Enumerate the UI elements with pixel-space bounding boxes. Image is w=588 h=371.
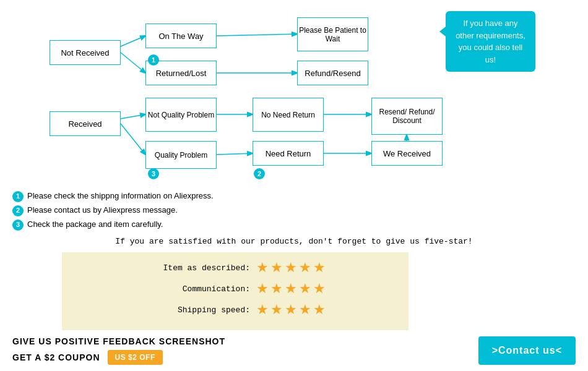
rating-intro: If you are satisfied with our products, … <box>12 237 576 246</box>
flowchart-section: Not Received Received On The Way Returne… <box>12 6 576 186</box>
svg-line-0 <box>121 36 145 46</box>
note-badge-3: 3 <box>12 220 24 231</box>
note-badge-1: 1 <box>12 191 24 202</box>
note-line-2: 2 Please contact us by Aliexpress messag… <box>12 205 576 216</box>
star-3: ★ <box>285 260 297 276</box>
box-quality-prob: Quality Problem <box>145 141 217 169</box>
svg-line-1 <box>121 53 145 73</box>
rating-label-communication: Communication: <box>145 284 250 294</box>
coupon-text: GET A $2 COUPON <box>12 352 100 362</box>
star-2: ★ <box>270 281 283 297</box>
stars-communication: ★ ★ ★ ★ ★ <box>256 281 326 297</box>
svg-line-5 <box>121 124 145 155</box>
rating-label-shipping: Shipping speed: <box>145 305 250 315</box>
star-4: ★ <box>299 260 311 276</box>
coupon-line: GET A $2 COUPON US $2 OFF <box>12 350 478 365</box>
box-resend-refund-discount: Resend/ Refund/ Discount <box>371 98 443 135</box>
rating-section: If you are satisfied with our products, … <box>12 237 576 330</box>
box-not-quality: Not Quality Problem <box>145 98 217 132</box>
coupon-badge: US $2 OFF <box>108 350 163 365</box>
page-wrapper: Not Received Received On The Way Returne… <box>0 0 588 371</box>
star-1: ★ <box>256 302 269 318</box>
note-line-1: 1 Please check the shippng information o… <box>12 190 576 202</box>
box-we-received: We Received <box>371 141 443 166</box>
star-4: ★ <box>299 302 311 318</box>
star-3: ★ <box>285 281 297 297</box>
bottom-section: GIVE US POSITIVE FEEDBACK SCREENSHOT GET… <box>12 336 576 365</box>
contact-us-button[interactable]: >Contact us< <box>478 336 576 365</box>
circle-num-3: 3 <box>148 168 159 179</box>
notes-section: 1 Please check the shippng information o… <box>12 190 576 231</box>
rating-label-item: Item as described: <box>145 263 250 273</box>
stars-item: ★ ★ ★ ★ ★ <box>256 260 326 276</box>
star-5: ★ <box>313 302 326 318</box>
rating-row-shipping: Shipping speed: ★ ★ ★ ★ ★ <box>74 302 396 318</box>
star-1: ★ <box>256 260 269 276</box>
box-no-need-return: No Need Return <box>253 98 324 132</box>
callout-bubble: If you have any other requirements, you … <box>446 11 535 72</box>
star-4: ★ <box>299 281 311 297</box>
star-3: ★ <box>285 302 297 318</box>
rating-box: Item as described: ★ ★ ★ ★ ★ Communicati… <box>62 252 409 330</box>
box-on-the-way: On The Way <box>145 23 217 48</box>
star-1: ★ <box>256 281 269 297</box>
svg-line-4 <box>121 114 145 119</box>
box-please-be-patient: Please Be Patient to Wait <box>297 17 368 51</box>
svg-line-7 <box>217 153 253 155</box>
box-received: Received <box>50 111 121 136</box>
rating-row-communication: Communication: ★ ★ ★ ★ ★ <box>74 281 396 297</box>
box-need-return: Need Return <box>253 141 324 166</box>
circle-num-1: 1 <box>148 54 159 66</box>
star-5: ★ <box>313 281 326 297</box>
box-refund-resend: Refund/Resend <box>297 61 368 85</box>
stars-shipping: ★ ★ ★ ★ ★ <box>256 302 326 318</box>
bottom-left: GIVE US POSITIVE FEEDBACK SCREENSHOT GET… <box>12 336 478 365</box>
star-5: ★ <box>313 260 326 276</box>
star-2: ★ <box>270 260 283 276</box>
feedback-line: GIVE US POSITIVE FEEDBACK SCREENSHOT <box>12 336 478 346</box>
note-badge-2: 2 <box>12 205 24 216</box>
note-line-3: 3 Check the package and item carefully. <box>12 219 576 231</box>
box-not-received: Not Received <box>50 40 121 65</box>
svg-line-2 <box>217 34 297 36</box>
star-2: ★ <box>270 302 283 318</box>
circle-num-2: 2 <box>254 168 265 179</box>
rating-row-item: Item as described: ★ ★ ★ ★ ★ <box>74 260 396 276</box>
